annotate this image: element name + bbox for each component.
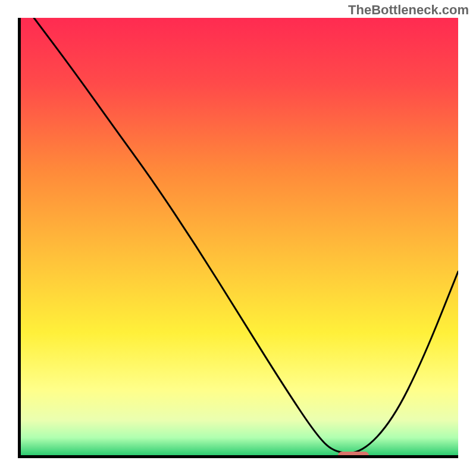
plot-area: [21, 18, 458, 455]
watermark-text: TheBottleneck.com: [348, 2, 469, 18]
bottleneck-curve: [21, 18, 458, 455]
chart-axes: [18, 18, 458, 458]
optimal-marker: [338, 452, 369, 455]
